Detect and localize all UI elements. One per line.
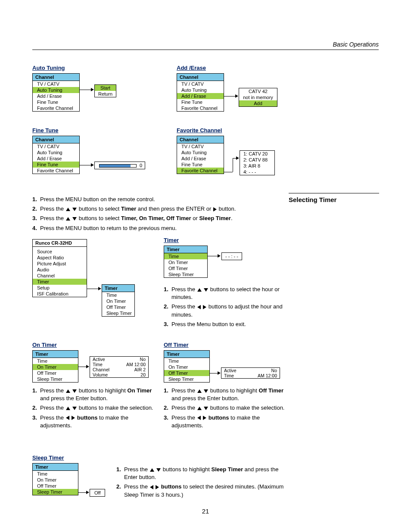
left-icon	[197, 416, 201, 420]
menu-item[interactable]: Favorite Channel	[33, 168, 79, 174]
menu-item[interactable]: Sleep Timer	[164, 271, 207, 277]
menu-item[interactable]: Sleep Timer	[33, 489, 78, 495]
menu-item[interactable]: Auto Tuning	[177, 87, 224, 93]
menu-item[interactable]: Off Timer	[164, 370, 209, 376]
page-number: 21	[0, 507, 411, 515]
menu-title: Channel	[33, 136, 79, 143]
menu-title: Runco CR-32HD	[33, 240, 87, 247]
popup-item[interactable]: 2: CATV 88	[240, 157, 274, 163]
menu-item[interactable]: Sleep Timer	[164, 376, 209, 382]
popup-item[interactable]: Start	[95, 85, 116, 91]
left-icon	[150, 485, 153, 489]
main-steps: 1.Press the MENU button on the remote co…	[32, 193, 280, 236]
section-off-timer: Off Timer Timer Time On Timer Off Timer …	[164, 342, 289, 434]
menu-item[interactable]: Source	[33, 249, 87, 255]
menu-item[interactable]: Fine Tune	[177, 162, 224, 168]
popup-auto: Start Return	[94, 84, 116, 97]
menu-item[interactable]: Add / Erase	[177, 156, 224, 162]
popup-time: - - : - -	[221, 252, 242, 260]
down-icon	[72, 208, 77, 211]
section-add-erase: Add /Erase Channel TV / CATV Auto Tuning…	[177, 65, 314, 112]
menu-title: Channel	[177, 136, 224, 143]
heading-on-timer: On Timer	[32, 342, 157, 348]
menu-item[interactable]: On Timer	[164, 259, 207, 265]
up-icon	[150, 468, 154, 472]
popup-item[interactable]: 3: AIR 8	[240, 163, 274, 169]
menu-item[interactable]: Auto Tuning	[33, 149, 79, 156]
menu-item[interactable]: Time	[164, 253, 207, 259]
menu-item[interactable]: Time	[33, 358, 78, 364]
menu-item[interactable]: Picture Adjust	[33, 261, 87, 267]
popup-sleep: Off	[90, 489, 105, 497]
menu-item[interactable]: Off Timer	[164, 265, 207, 271]
menu-item[interactable]: TV / CATV	[177, 81, 224, 87]
heading-favorite: Favorite Channel	[177, 127, 314, 134]
menu-item[interactable]: Time	[164, 358, 209, 364]
menu-item[interactable]: Audio	[33, 267, 87, 273]
step-text: Press the MENU button on the remote cont…	[40, 196, 280, 203]
menu-item[interactable]: Off Timer	[102, 304, 134, 310]
menu-item[interactable]: On Timer	[164, 364, 209, 370]
menu-item[interactable]: Sleep Timer	[33, 376, 78, 382]
menu-item[interactable]: TV / CATV	[33, 143, 79, 149]
menu-title: Timer	[33, 351, 78, 358]
popup-item[interactable]: 1: CATV 20	[240, 151, 274, 157]
menu-item[interactable]: Add / Erase	[33, 156, 79, 162]
menu-item[interactable]: Favorite Channel	[33, 105, 79, 111]
menu-item[interactable]: ISF Calibration	[33, 291, 87, 297]
menu-item[interactable]: Time	[33, 471, 78, 477]
menu-item[interactable]: Fine Tune	[33, 99, 79, 105]
menu-item[interactable]: Auto Tuning	[33, 87, 79, 93]
step-text: Press the buttons to make the adjustment…	[171, 414, 289, 429]
menu-item[interactable]: Off Timer	[33, 370, 78, 376]
menu-item[interactable]: Add / Erase	[177, 93, 224, 99]
popup-item[interactable]: Add	[239, 100, 277, 106]
right-icon	[156, 485, 159, 489]
step-text: Press the Menu button to exit.	[171, 320, 289, 328]
down-icon	[72, 389, 77, 393]
menu-channel: Channel TV / CATV Auto Tuning Add / Eras…	[177, 136, 224, 174]
menu-item[interactable]: TV / CATV	[33, 81, 79, 87]
down-icon	[156, 468, 161, 472]
menu-title: Timer	[164, 351, 209, 358]
right-icon	[203, 305, 206, 309]
menu-item[interactable]: Favorite Channel	[177, 168, 224, 174]
menu-title: Channel	[33, 74, 79, 81]
down-icon	[204, 389, 208, 393]
heading-sleep-timer: Sleep Timer	[32, 454, 286, 461]
step-text: Press the buttons to select Timer and th…	[40, 205, 280, 213]
menu-item[interactable]: Channel	[33, 273, 87, 279]
up-icon	[197, 389, 202, 393]
menu-item[interactable]: Favorite Channel	[177, 105, 224, 111]
popup-fine[interactable]: 0	[94, 162, 145, 169]
menu-title: Timer	[164, 246, 207, 253]
popup-fav: 1: CATV 20 2: CATV 88 3: AIR 8 4: - - -	[240, 150, 275, 175]
menu-item[interactable]: TV / CATV	[177, 143, 224, 149]
popup-item[interactable]: Return	[95, 91, 116, 97]
menu-item[interactable]: Sleep Timer	[102, 310, 134, 316]
menu-item[interactable]: Timer	[33, 279, 87, 285]
slider-icon[interactable]	[99, 164, 137, 168]
menu-item[interactable]: Fine Tune	[33, 162, 79, 168]
menu-item[interactable]: Off Timer	[33, 483, 78, 489]
menu-item[interactable]: Add / Erase	[33, 93, 79, 99]
menu-item[interactable]: Fine Tune	[177, 99, 224, 105]
left-icon	[66, 416, 69, 420]
down-icon	[72, 217, 77, 221]
menu-item[interactable]: Setup	[33, 285, 87, 291]
header-text: Basic Operations	[333, 41, 379, 48]
menu-item[interactable]: Time	[102, 292, 134, 298]
menu-item[interactable]: On Timer	[33, 364, 78, 370]
menu-item[interactable]: Auto Tuning	[177, 149, 224, 156]
step-text: Press the buttons to make the selection.	[171, 404, 289, 412]
heading-auto-tuning: Auto Tuning	[32, 65, 162, 71]
right-icon	[213, 207, 217, 212]
up-icon	[197, 407, 202, 410]
section-timer: Timer Timer Time On Timer Off Timer Slee…	[164, 237, 289, 333]
menu-item[interactable]: On Timer	[102, 298, 134, 304]
popup-item[interactable]: 4: - - -	[240, 169, 274, 175]
menu-item[interactable]: On Timer	[33, 477, 78, 483]
up-icon	[66, 217, 70, 221]
left-icon	[197, 305, 201, 309]
menu-item[interactable]: Aspect Ratio	[33, 255, 87, 261]
